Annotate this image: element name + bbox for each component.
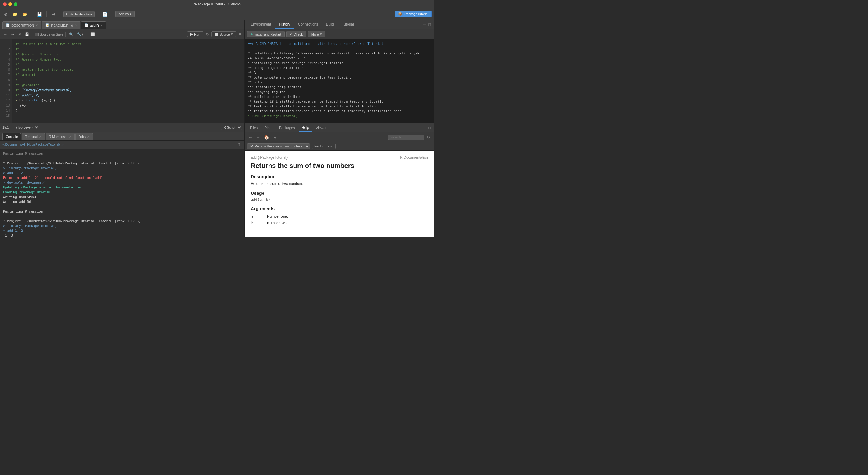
goto-function-button[interactable]: Go to file/function: [63, 11, 95, 17]
help-print-btn[interactable]: 🖨: [272, 134, 278, 140]
ln-8: 8: [0, 77, 10, 82]
tab-add-r[interactable]: 📄 add.R ✕: [81, 21, 106, 29]
project-button[interactable]: 📦 rPackageTutorial: [395, 11, 432, 17]
ln-11: 11: [0, 93, 10, 98]
tab-plots[interactable]: Plots: [261, 124, 276, 132]
forward-btn[interactable]: →: [10, 32, 16, 37]
print-button[interactable]: 🖨: [50, 11, 57, 18]
right-top-tabs: Environment History Connections Build Tu…: [245, 20, 434, 30]
console-line-8: Loading rPackageTutorial: [3, 190, 241, 195]
right-top-maximize[interactable]: □: [427, 22, 432, 27]
right-bottom-minimize[interactable]: ─: [422, 126, 427, 130]
code-content[interactable]: #' Returns the sum of two numbers #' #' …: [12, 39, 244, 123]
build-line-2: -4.0/x86_64-apple-darwin17.0': [248, 56, 431, 61]
tab-readme[interactable]: 📝 README.Rmd ✕: [42, 21, 80, 29]
ln-2: 2: [0, 47, 10, 52]
ln-9: 9: [0, 82, 10, 88]
right-bottom-maximize[interactable]: □: [427, 126, 432, 130]
source-button[interactable]: ⬤ Source ▾: [211, 31, 236, 37]
jobs-close[interactable]: ✕: [87, 135, 90, 138]
code-line-4: #' @param b Number two.: [16, 57, 241, 62]
main-toolbar: ⊕ 📁 📂 💾 🖨 Go to file/function 📄 Addins ▾…: [0, 8, 434, 20]
help-forward-btn[interactable]: →: [255, 134, 261, 140]
new-file-button[interactable]: ⊕: [2, 11, 9, 18]
tab-tutorial[interactable]: Tutorial: [338, 21, 358, 29]
terminal-close[interactable]: ✕: [39, 135, 41, 138]
help-usage-heading: Usage: [251, 191, 428, 196]
editor-minimize-btn[interactable]: ─: [232, 25, 237, 29]
check-button[interactable]: ✓ Check: [286, 31, 306, 37]
help-refresh-btn[interactable]: ↺: [426, 134, 432, 140]
minimize-button[interactable]: [8, 2, 12, 6]
code-tools-btn[interactable]: 🔧▾: [76, 32, 85, 37]
right-bottom-controls: ─ □: [422, 126, 432, 130]
new-project-button[interactable]: 📁: [11, 11, 19, 18]
build-more-button[interactable]: More ▾: [308, 31, 325, 37]
tab-description[interactable]: 📄 DESCRIPTION ✕: [2, 21, 41, 29]
show-in-new-window-btn[interactable]: ↗: [17, 32, 22, 37]
tab-help[interactable]: Help: [299, 124, 312, 132]
editor-menu-btn[interactable]: ≡: [238, 32, 242, 37]
run-icon: ▶: [190, 32, 193, 36]
back-btn[interactable]: ←: [2, 32, 8, 37]
code-line-11: #' add(1, 2): [16, 93, 241, 98]
tab-terminal[interactable]: Terminal ✕: [22, 133, 45, 140]
left-panel: 📄 DESCRIPTION ✕ 📝 README.Rmd ✕ 📄 add.R ✕…: [0, 20, 245, 238]
install-restart-button[interactable]: ⬇ Install and Restart: [247, 31, 284, 37]
right-top-minimize[interactable]: ─: [422, 22, 427, 27]
tab-description-label: DESCRIPTION: [11, 24, 34, 27]
tab-environment[interactable]: Environment: [247, 21, 275, 29]
help-topic-select[interactable]: R: Returns the sum of two numbers: [247, 143, 310, 149]
build-line-1: * installing to library '/Users/suwei/Do…: [248, 51, 431, 56]
tab-build[interactable]: Build: [322, 21, 338, 29]
tab-packages[interactable]: Packages: [276, 124, 298, 132]
console-maximize-btn[interactable]: □: [238, 136, 242, 140]
help-home-btn[interactable]: 🏠: [263, 134, 270, 140]
code-level-select[interactable]: (Top Level): [13, 125, 39, 130]
maximize-button[interactable]: [14, 2, 18, 6]
find-in-topic-button[interactable]: Find in Topic: [312, 144, 336, 149]
tab-add-r-close[interactable]: ✕: [100, 24, 103, 27]
cwd-path[interactable]: ~/Documents/GitHub/rPackageTutorial/: [2, 143, 60, 146]
tab-description-close[interactable]: ✕: [36, 24, 38, 27]
console-output[interactable]: Restarting R session... * Project '~/Doc…: [0, 149, 244, 238]
help-back-btn[interactable]: ←: [247, 134, 254, 140]
tab-connections[interactable]: Connections: [294, 21, 322, 29]
tab-files[interactable]: Files: [247, 124, 261, 132]
tab-viewer[interactable]: Viewer: [313, 124, 330, 132]
source-on-save-checkbox[interactable]: [35, 33, 38, 36]
build-line-3: * installing *source* package 'rPackageT…: [248, 61, 431, 66]
tab-console[interactable]: Console: [2, 133, 21, 140]
ln-1: 1: [0, 41, 10, 47]
rerun-btn[interactable]: ↺: [205, 32, 210, 37]
console-panel-controls: ─ □: [232, 136, 242, 140]
source-icon: ⬤: [215, 32, 218, 36]
help-search-input[interactable]: [388, 135, 424, 140]
build-line-11: ** testing if installed package can be l…: [248, 99, 431, 104]
console-clear-btn[interactable]: 🗑: [236, 142, 242, 147]
tab-readme-close[interactable]: ✕: [75, 24, 77, 27]
console-line-9: Writing NAMESPACE: [3, 195, 241, 200]
toolbar-separator: [32, 11, 32, 17]
run-button[interactable]: ▶ Run: [187, 31, 204, 37]
open-file-button[interactable]: 📂: [21, 11, 29, 18]
tab-rmarkdown[interactable]: R Markdown ✕: [45, 133, 75, 140]
tab-history[interactable]: History: [275, 21, 293, 29]
new-script-button[interactable]: 📄: [101, 11, 109, 18]
script-type-select[interactable]: R Script: [221, 125, 242, 130]
rmarkdown-close[interactable]: ✕: [69, 135, 71, 138]
editor-maximize-btn[interactable]: □: [238, 25, 242, 29]
addins-button[interactable]: Addins ▾: [116, 11, 135, 17]
cursor-position: 15:1: [2, 126, 9, 129]
titlebar: rPackageTutorial - RStudio: [0, 0, 434, 8]
compile-btn[interactable]: ⬜: [89, 32, 96, 37]
traffic-lights: [3, 2, 18, 6]
save-editor-btn[interactable]: 💾: [24, 32, 30, 37]
find-btn[interactable]: 🔍: [68, 32, 75, 37]
save-button[interactable]: 💾: [35, 11, 43, 18]
close-button[interactable]: [3, 2, 7, 6]
tab-jobs[interactable]: Jobs ✕: [75, 133, 93, 140]
help-content: add {rPackageTutorial} R Documentation R…: [245, 150, 434, 238]
console-line-2: * Project '~/Documents/GitHub/rPackageTu…: [3, 161, 241, 166]
console-minimize-btn[interactable]: ─: [232, 136, 237, 140]
